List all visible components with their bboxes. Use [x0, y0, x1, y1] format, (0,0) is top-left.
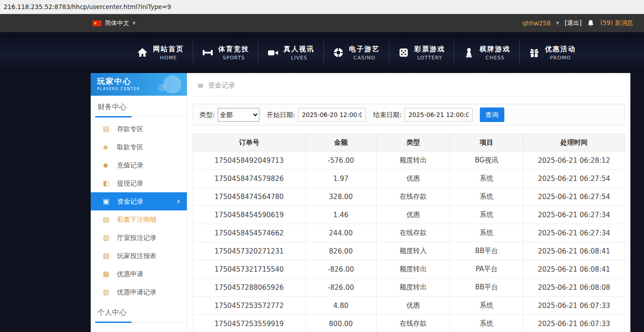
- deposit-icon: ▤: [103, 125, 117, 133]
- nav-item-home[interactable]: 网站首页HOME: [128, 39, 193, 66]
- type-select[interactable]: 全部: [218, 108, 259, 122]
- bell-icon[interactable]: [587, 20, 595, 27]
- sidebar-title: 玩家中心: [97, 76, 187, 87]
- column-header: 订单号: [193, 134, 306, 151]
- cell-order-no: 1750457320271231: [193, 242, 306, 260]
- end-date-label: 结束日期:: [373, 111, 402, 119]
- sidebar-item-funds-records[interactable]: ▣资金记录›: [91, 192, 187, 210]
- table-row: 17504584545906191.46优惠系统2025-06-21 06:27…: [193, 206, 625, 224]
- cell-time: 2025-06-21 06:27:34: [523, 224, 625, 242]
- sidebar-item-hall-bet-records[interactable]: ▥厅室投注记录: [91, 229, 187, 247]
- cell-amount: 800.00: [305, 315, 376, 332]
- cell-amount: 826.00: [305, 242, 376, 260]
- nav-item-lives[interactable]: 真人视讯LIVES: [258, 39, 323, 66]
- browser-url-bar[interactable]: 216.118.235.52:8783/hhcp/usercenter.html…: [0, 0, 644, 14]
- hamburger-icon: ≡: [197, 81, 204, 90]
- end-date-input[interactable]: [405, 108, 473, 122]
- cell-amount: -826.00: [305, 278, 376, 297]
- table-row: 1750458492049713-576.00额度转出BG视讯2025-06-2…: [193, 151, 625, 170]
- chevron-down-icon: ▼: [132, 21, 136, 25]
- live-video-icon: [267, 47, 279, 59]
- cell-order-no: 1750458492049713: [193, 151, 306, 170]
- nav-item-casino[interactable]: 电子游艺CASINO: [323, 39, 389, 66]
- table-row: 1750458454574662244.00在线存款系统2025-06-21 0…: [193, 224, 625, 242]
- cell-type: 优惠: [376, 206, 450, 224]
- table-row: 1750457320271231826.00额度转入BB平台2025-06-21…: [193, 242, 625, 260]
- cell-order-no: 1750458474579826: [193, 170, 306, 188]
- chevron-right-icon: ›: [176, 196, 180, 206]
- sidebar-header: 玩家中心 PLAYERS CENTER: [91, 73, 187, 96]
- sidebar-item-promo-apply[interactable]: ▦优惠申请: [91, 265, 187, 283]
- column-header: 处理时间: [523, 134, 625, 151]
- cell-type: 额度转入: [376, 242, 450, 260]
- table-row: 17504584745798261.97优惠系统2025-06-21 06:27…: [193, 170, 625, 188]
- account-right: qhhw258 ▼ [退出] (59) 新消息: [522, 19, 633, 27]
- sidebar-item-deposit-zone[interactable]: ▤存款专区: [91, 120, 187, 138]
- username-menu[interactable]: qhhw258: [522, 20, 551, 27]
- cell-type: 优惠: [376, 297, 450, 315]
- language-selector[interactable]: ★ 简体中文 ▼: [93, 19, 136, 27]
- casino-icon: [332, 47, 344, 59]
- table-row: 1750457288065926-826.00额度转出BB平台2025-06-2…: [193, 278, 625, 297]
- cell-time: 2025-06-21 06:07:33: [523, 297, 625, 315]
- sidebar-item-lottery-bet-details[interactable]: ▤彩票下注明细: [91, 210, 187, 229]
- cell-time: 2025-06-21 06:08:08: [523, 278, 625, 297]
- cell-item: 系统: [450, 188, 523, 206]
- page-body: 玩家中心 PLAYERS CENTER 财务中心▤存款专区◈取款专区◆充值记录◧…: [91, 73, 630, 332]
- start-date-label: 开始日期:: [267, 111, 295, 119]
- table-row: 1750457321715540-826.00额度转出PA平台2025-06-2…: [193, 260, 625, 278]
- sidebar-subtitle: PLAYERS CENTER: [97, 87, 187, 91]
- cell-type: 额度转出: [376, 260, 450, 278]
- cell-amount: 1.97: [305, 170, 376, 188]
- search-button[interactable]: 查询: [480, 107, 504, 122]
- nav-item-chess[interactable]: 棋牌游戏CHESS: [454, 39, 519, 66]
- cell-order-no: 1750457321715540: [193, 260, 306, 278]
- cell-amount: -576.00: [305, 151, 376, 170]
- main-nav: 网站首页HOME体育竞技SPORTS真人视讯LIVES电子游艺CASINO彩票游…: [0, 32, 644, 73]
- cell-type: 在线存款: [376, 315, 450, 332]
- cell-item: BB平台: [450, 242, 523, 260]
- funds-table: 订单号金额类型项目处理时间 1750458492049713-576.00额度转…: [193, 134, 625, 332]
- nav-item-sports[interactable]: 体育竞技SPORTS: [193, 39, 258, 66]
- cell-time: 2025-06-21 06:28:12: [523, 151, 625, 170]
- language-label: 简体中文: [105, 19, 129, 27]
- sidebar-item-withdrawal-records[interactable]: ◧提现记录: [91, 174, 187, 192]
- table-row: 17504572535727724.80优惠系统2025-06-21 06:07…: [193, 297, 625, 315]
- start-date-input[interactable]: [298, 108, 366, 122]
- cell-time: 2025-06-21 06:27:54: [523, 170, 625, 188]
- promo-icon: [528, 47, 540, 59]
- cell-item: 系统: [450, 170, 523, 188]
- sidebar-section-title: 个人中心: [91, 301, 187, 322]
- chevron-down-icon[interactable]: ▼: [556, 21, 559, 25]
- sidebar-section-title: 财务中心: [91, 96, 187, 117]
- nav-item-promo[interactable]: 优惠活动PROMO: [519, 39, 585, 66]
- cell-item: 系统: [450, 315, 523, 332]
- sidebar-item-promo-apply-records[interactable]: ▥优惠申请记录: [91, 283, 187, 301]
- funds-record-icon: ▣: [103, 197, 117, 205]
- sidebar-item-player-bet-report[interactable]: ▧玩家投注报表: [91, 247, 187, 265]
- breadcrumb: ≡ 资金记录: [187, 73, 630, 97]
- logout-link[interactable]: [退出]: [565, 19, 582, 27]
- column-header: 类型: [376, 134, 450, 151]
- cell-item: 系统: [450, 206, 523, 224]
- promo-apply-icon: ▦: [103, 270, 117, 278]
- recharge-record-icon: ◆: [103, 161, 117, 169]
- sidebar-item-recharge-records[interactable]: ◆充值记录: [91, 156, 187, 174]
- cell-amount: 4.80: [305, 297, 376, 315]
- sidebar-item-withdraw-zone[interactable]: ◈取款专区: [91, 138, 187, 156]
- promo-records-icon: ▥: [103, 288, 117, 296]
- page-url: 216.118.235.52:8783/hhcp/usercenter.html…: [4, 3, 171, 10]
- china-flag-icon: ★: [93, 20, 102, 26]
- nav-item-lottery[interactable]: 彩票游戏LOTTERY: [389, 39, 454, 66]
- hall-bets-icon: ▥: [103, 234, 117, 242]
- new-messages-link[interactable]: (59) 新消息: [600, 19, 633, 27]
- funds-table-head-row: 订单号金额类型项目处理时间: [193, 134, 625, 151]
- cell-item: PA平台: [450, 260, 523, 278]
- cell-order-no: 1750458454590619: [193, 206, 306, 224]
- chess-icon: [463, 47, 475, 59]
- cell-amount: 244.00: [305, 224, 376, 242]
- cell-type: 在线存款: [376, 224, 450, 242]
- breadcrumb-label: 资金记录: [208, 81, 235, 90]
- filter-bar: 类型: 全部 开始日期: 结束日期: 查询: [193, 104, 625, 126]
- table-row: 1750457253559919800.00在线存款系统2025-06-21 0…: [193, 315, 625, 332]
